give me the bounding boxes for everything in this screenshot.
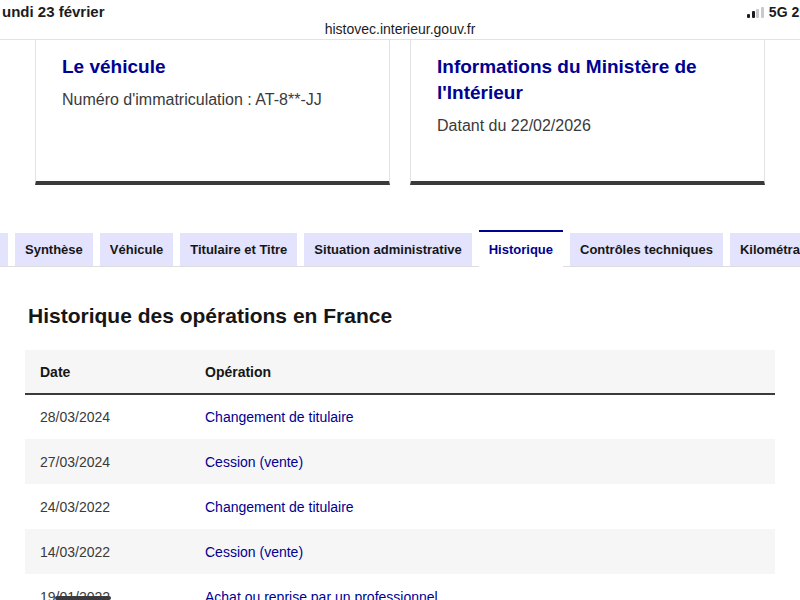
tab-historique[interactable]: Historique [479,230,563,267]
operation-date: 28/03/2024 [25,394,190,439]
vehicle-card-title: Le véhicule [62,54,363,80]
scrollbar-thumb[interactable] [55,596,111,600]
vehicle-card: Le véhicule Numéro d'immatriculation : A… [35,40,390,185]
tab-situation-administrative[interactable]: Situation administrative [304,233,471,267]
operation-date: 24/03/2022 [25,484,190,529]
operation-link[interactable]: Changement de titulaire [205,409,354,425]
operation-link[interactable]: Achat ou reprise par un professionnel [205,589,438,600]
operations-table: Date Opération 28/03/2024 Changement de … [25,350,775,600]
page-title: Historique des opérations en France [28,304,800,328]
ministry-card-title: Informations du Ministère de l'Intérieur [437,54,738,106]
histovec-page: undi 23 février histovec.interieur.gouv.… [0,0,800,600]
address-bar[interactable]: histovec.interieur.gouv.fr [0,21,800,37]
column-header-date: Date [25,350,190,394]
column-header-operation: Opération [190,350,775,394]
status-date: undi 23 février [2,3,105,20]
table-row: 24/03/2022 Changement de titulaire [25,484,775,529]
cellular-signal-icon [747,7,764,18]
section-tabs: Synthèse Véhicule Titulaire et Titre Sit… [0,230,800,267]
table-row: 28/03/2024 Changement de titulaire [25,394,775,439]
table-header-row: Date Opération [25,350,775,394]
network-type-label: 5G 21 [769,4,800,20]
tab-kilometrage[interactable]: Kilométrage [730,233,800,267]
operation-link[interactable]: Cession (vente) [205,454,303,470]
tab-controles-techniques[interactable]: Contrôles techniques [570,233,723,267]
historique-panel: Historique des opérations en France Date… [0,266,800,600]
tab-partial-left[interactable] [0,233,8,267]
tab-vehicule[interactable]: Véhicule [100,233,173,267]
tab-synthese[interactable]: Synthèse [15,233,93,267]
status-bar: undi 23 février histovec.interieur.gouv.… [0,0,800,40]
tab-titulaire-et-titre[interactable]: Titulaire et Titre [180,233,297,267]
operation-date: 27/03/2024 [25,439,190,484]
table-row: 14/03/2022 Cession (vente) [25,529,775,574]
operation-link[interactable]: Changement de titulaire [205,499,354,515]
table-row: 27/03/2024 Cession (vente) [25,439,775,484]
status-right-cluster: 5G 21 [747,3,800,21]
data-date: Datant du 22/02/2026 [437,114,738,138]
table-row: 19/01/2022 Achat ou reprise par un profe… [25,574,775,600]
registration-number: Numéro d'immatriculation : AT-8**-JJ [62,88,363,112]
operation-date: 14/03/2022 [25,529,190,574]
summary-cards: Le véhicule Numéro d'immatriculation : A… [0,40,800,185]
operation-link[interactable]: Cession (vente) [205,544,303,560]
ministry-info-card: Informations du Ministère de l'Intérieur… [410,40,765,185]
